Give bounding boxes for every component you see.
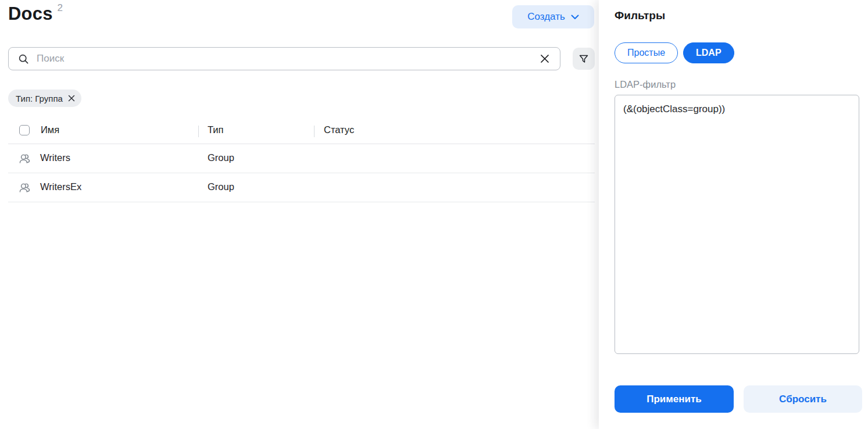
row-name: WritersEx	[40, 181, 81, 192]
search-field	[8, 47, 560, 70]
column-divider	[314, 126, 315, 137]
app-window: Docs2 Создать Тип: Группа	[0, 0, 868, 429]
filter-chip-type-group[interactable]: Тип: Группа	[8, 90, 81, 107]
create-button[interactable]: Создать	[512, 5, 594, 28]
items-count-badge: 2	[58, 2, 63, 13]
column-header-name: Имя	[41, 124, 59, 135]
filters-panel: Фильтры Простые LDAP LDAP-фильтр (&(obje…	[599, 0, 868, 429]
group-icon	[18, 152, 31, 165]
search-icon	[18, 53, 29, 65]
table-row[interactable]: WritersEx Group	[8, 173, 595, 202]
table-header: Имя Тип Статус	[8, 119, 595, 144]
filter-button[interactable]	[573, 48, 595, 70]
tab-ldap-filters[interactable]: LDAP	[683, 42, 734, 63]
chevron-down-icon	[571, 15, 579, 20]
tab-simple-filters[interactable]: Простые	[615, 42, 678, 63]
page-title: Docs2	[8, 3, 63, 24]
filter-chip-label: Тип: Группа	[16, 94, 63, 103]
funnel-icon	[578, 53, 590, 65]
ldap-filter-label: LDAP-фильтр	[615, 79, 676, 90]
select-all-checkbox[interactable]	[19, 125, 30, 135]
filters-panel-title: Фильтры	[615, 9, 665, 22]
tab-ldap-label: LDAP	[696, 48, 721, 58]
chip-close-icon[interactable]	[67, 94, 76, 102]
column-header-status: Статус	[324, 124, 354, 135]
search-input[interactable]	[29, 53, 539, 65]
clear-search-icon[interactable]	[539, 53, 560, 65]
create-button-label: Создать	[527, 11, 565, 23]
row-type: Group	[208, 152, 234, 163]
column-header-type: Тип	[208, 124, 224, 135]
row-type: Group	[208, 181, 234, 192]
page-title-text: Docs	[8, 3, 53, 24]
data-table: Имя Тип Статус Writers Group	[8, 119, 595, 202]
reset-button-label: Сбросить	[779, 394, 827, 405]
apply-button-label: Применить	[646, 394, 702, 405]
ldap-filter-input[interactable]: (&(objectClass=group))	[615, 95, 859, 354]
column-divider	[198, 126, 199, 137]
group-icon	[18, 181, 31, 194]
apply-button[interactable]: Применить	[615, 385, 734, 413]
tab-simple-label: Простые	[627, 48, 665, 58]
table-row[interactable]: Writers Group	[8, 144, 595, 173]
main-content: Docs2 Создать Тип: Группа	[0, 0, 599, 429]
reset-button[interactable]: Сбросить	[744, 385, 862, 413]
row-name: Writers	[40, 152, 70, 163]
